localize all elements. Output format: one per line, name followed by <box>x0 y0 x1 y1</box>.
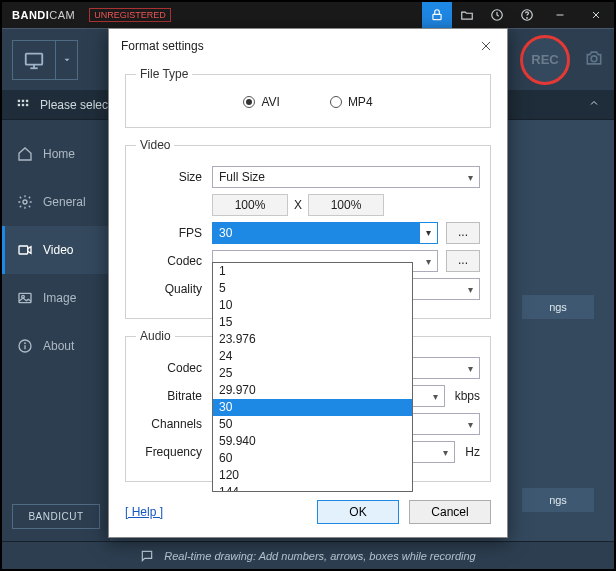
brand-text-a: BANDI <box>12 9 49 21</box>
fps-option[interactable]: 15 <box>213 314 412 331</box>
dialog-footer: [ Help ] OK Cancel <box>109 493 507 537</box>
settings-button-1[interactable]: ngs <box>522 295 594 319</box>
brand-text-b: CAM <box>49 9 75 21</box>
chevron-down-icon: ▾ <box>468 172 473 183</box>
record-label: REC <box>531 52 558 67</box>
audio-legend: Audio <box>136 329 175 343</box>
svg-rect-13 <box>26 99 28 101</box>
x-label: X <box>288 198 308 212</box>
radio-dot-icon <box>330 96 342 108</box>
radio-mp4-label: MP4 <box>348 95 373 109</box>
file-type-group: File Type AVI MP4 <box>125 67 491 128</box>
fps-more-button[interactable]: ... <box>446 222 480 244</box>
tip-bar: Real-time drawing: Add numbers, arrows, … <box>2 541 614 569</box>
sidebar: Home General Video Image About BANDICUT <box>2 120 110 541</box>
svg-rect-18 <box>19 246 28 254</box>
help-link[interactable]: [ Help ] <box>125 505 163 519</box>
camera-icon[interactable] <box>584 48 604 72</box>
sidebar-item-label: Image <box>43 291 76 305</box>
bandicut-button[interactable]: BANDICUT <box>12 504 100 529</box>
svg-point-23 <box>25 343 26 344</box>
size-combo[interactable]: Full Size ▾ <box>212 166 480 188</box>
svg-rect-12 <box>22 99 24 101</box>
fps-option[interactable]: 29.970 <box>213 382 412 399</box>
bandicut-label: BANDICUT <box>28 511 83 522</box>
frequency-label: Frequency <box>136 445 212 459</box>
cancel-button[interactable]: Cancel <box>409 500 491 524</box>
record-button[interactable]: REC <box>520 35 570 85</box>
svg-point-17 <box>23 200 27 204</box>
grid-icon <box>16 98 30 112</box>
svg-rect-19 <box>19 293 31 302</box>
fps-option[interactable]: 1 <box>213 263 412 280</box>
frequency-unit: Hz <box>465 445 480 459</box>
svg-rect-15 <box>22 103 24 105</box>
fps-combo[interactable]: 30 ▾ <box>212 222 438 244</box>
audio-codec-label: Codec <box>136 361 212 375</box>
clock-icon[interactable] <box>482 2 512 28</box>
ok-button[interactable]: OK <box>317 500 399 524</box>
fps-label: FPS <box>136 226 212 240</box>
dialog-body: File Type AVI MP4 Video Size Full Size ▾ <box>109 63 507 493</box>
fps-option[interactable]: 120 <box>213 467 412 484</box>
radio-dot-icon <box>243 96 255 108</box>
svg-point-10 <box>591 55 597 61</box>
titlebar: BANDI CAM UNREGISTERED <box>2 2 614 28</box>
dialog-title: Format settings <box>121 39 204 53</box>
fps-option[interactable]: 60 <box>213 450 412 467</box>
sidebar-item-label: Video <box>43 243 73 257</box>
fps-option[interactable]: 144 <box>213 484 412 492</box>
fps-option[interactable]: 5 <box>213 280 412 297</box>
file-type-legend: File Type <box>136 67 192 81</box>
height-percent[interactable]: 100% <box>308 194 384 216</box>
chevron-up-icon <box>588 97 600 112</box>
fps-option[interactable]: 25 <box>213 365 412 382</box>
mode-monitor-button[interactable] <box>12 40 56 80</box>
dialog-close-button[interactable] <box>477 37 495 55</box>
chevron-down-icon: ▾ <box>419 223 437 243</box>
size-value: Full Size <box>219 170 265 184</box>
fps-option[interactable]: 59.940 <box>213 433 412 450</box>
quality-label: Quality <box>136 282 212 296</box>
fps-option[interactable]: 24 <box>213 348 412 365</box>
sidebar-item-label: General <box>43 195 86 209</box>
sidebar-item-label: About <box>43 339 74 353</box>
svg-point-3 <box>527 18 528 19</box>
settings-button-2[interactable]: ngs <box>522 488 594 512</box>
fps-dropdown-list[interactable]: 15101523.976242529.970305059.94060120144… <box>212 262 413 492</box>
svg-rect-7 <box>26 53 43 64</box>
chat-icon <box>140 549 154 563</box>
radio-mp4[interactable]: MP4 <box>330 95 373 109</box>
dialog-titlebar: Format settings <box>109 29 507 63</box>
fps-option[interactable]: 50 <box>213 416 412 433</box>
sidebar-item-home[interactable]: Home <box>2 130 110 178</box>
mode-dropdown-button[interactable] <box>56 40 78 80</box>
codec-label: Codec <box>136 254 212 268</box>
sidebar-item-video[interactable]: Video <box>2 226 110 274</box>
unregistered-badge: UNREGISTERED <box>89 8 171 22</box>
folder-icon[interactable] <box>452 2 482 28</box>
bitrate-label: Bitrate <box>136 389 212 403</box>
fps-option[interactable]: 30 <box>213 399 412 416</box>
sidebar-item-general[interactable]: General <box>2 178 110 226</box>
size-label: Size <box>136 170 212 184</box>
radio-avi[interactable]: AVI <box>243 95 279 109</box>
fps-option[interactable]: 23.976 <box>213 331 412 348</box>
radio-avi-label: AVI <box>261 95 279 109</box>
fps-option[interactable]: 10 <box>213 297 412 314</box>
svg-rect-14 <box>18 103 20 105</box>
brand: BANDI CAM <box>2 9 85 21</box>
svg-rect-16 <box>26 103 28 105</box>
channels-label: Channels <box>136 417 212 431</box>
width-percent[interactable]: 100% <box>212 194 288 216</box>
svg-rect-0 <box>433 14 441 19</box>
minimize-button[interactable] <box>542 2 578 28</box>
sidebar-item-image[interactable]: Image <box>2 274 110 322</box>
codec-more-button[interactable]: ... <box>446 250 480 272</box>
bitrate-unit: kbps <box>455 389 480 403</box>
lock-icon[interactable] <box>422 2 452 28</box>
video-legend: Video <box>136 138 174 152</box>
help-icon[interactable] <box>512 2 542 28</box>
sidebar-item-about[interactable]: About <box>2 322 110 370</box>
close-button[interactable] <box>578 2 614 28</box>
